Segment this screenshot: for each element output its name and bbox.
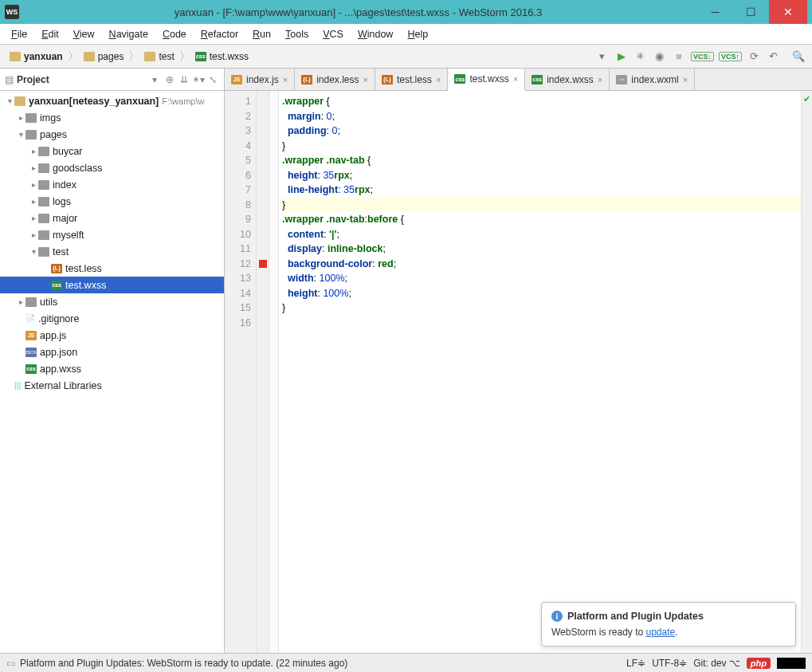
menu-file[interactable]: File <box>6 27 32 41</box>
maximize-button[interactable]: ☐ <box>733 0 769 24</box>
debug-icon[interactable]: ✳ <box>634 49 648 64</box>
code-line[interactable]: height: 35rpx; <box>282 168 801 183</box>
menu-window[interactable]: Window <box>353 27 398 41</box>
close-tab-icon[interactable]: × <box>363 75 368 84</box>
close-tab-icon[interactable]: × <box>598 75 602 84</box>
code-body[interactable]: .wrapper { margin: 0; padding: 0;}.wrapp… <box>279 91 801 653</box>
tree-item[interactable]: csstest.wxss <box>0 277 224 293</box>
tree-item[interactable]: 📄.gitignore <box>0 310 224 327</box>
history-icon[interactable]: ↶ <box>766 49 780 64</box>
close-tab-icon[interactable]: × <box>436 75 441 84</box>
code-line[interactable]: margin: 0; <box>282 109 801 124</box>
close-tab-icon[interactable]: × <box>683 75 688 84</box>
search-icon[interactable]: 🔍 <box>791 49 806 64</box>
tree-item[interactable]: ▸imgs <box>0 109 224 126</box>
code-line[interactable]: .wrapper .nav-tab { <box>282 153 801 168</box>
code-line[interactable]: } <box>282 301 801 316</box>
close-button[interactable]: ✕ <box>769 0 807 24</box>
expand-arrow[interactable]: ▸ <box>29 230 38 239</box>
tree-item[interactable]: ▸buycar <box>0 143 224 159</box>
tree-item[interactable]: ▸myselft <box>0 226 224 243</box>
run-button[interactable]: ▶ <box>614 49 629 64</box>
expand-arrow[interactable]: ▸ <box>16 113 25 122</box>
coverage-icon[interactable]: ◉ <box>653 49 667 64</box>
tree-item[interactable]: ▸index <box>0 176 224 193</box>
menu-navigate[interactable]: Navigate <box>104 27 153 41</box>
code-line[interactable] <box>282 316 801 331</box>
folder-icon <box>38 197 49 206</box>
tree-item[interactable]: cssapp.wxss <box>0 360 224 377</box>
settings-icon[interactable]: ✴▾ <box>192 73 205 86</box>
code-line[interactable]: .wrapper .nav-tab:before { <box>282 212 801 227</box>
tree-item[interactable]: ▾yanxuan [neteasy_yanxuan] F:\wamp\w <box>0 92 224 109</box>
menu-refactor[interactable]: Refactor <box>196 27 243 41</box>
expand-arrow[interactable]: ▾ <box>29 247 38 256</box>
code-editor[interactable]: 12345678910111213141516 .wrapper { margi… <box>225 91 812 653</box>
close-tab-icon[interactable]: × <box>283 75 288 84</box>
tree-item[interactable]: ▸major <box>0 210 224 226</box>
menu-view[interactable]: View <box>69 27 100 41</box>
tree-item[interactable]: |||External Libraries <box>0 377 224 394</box>
minimize-button[interactable]: ─ <box>697 0 733 24</box>
tree-item[interactable]: JSapp.js <box>0 327 224 344</box>
error-stripe[interactable]: ✔ <box>801 91 812 653</box>
expand-arrow[interactable]: ▸ <box>29 197 38 206</box>
breadcrumb-item[interactable]: csstest.wxss <box>192 49 252 64</box>
menu-vcs[interactable]: VCS <box>318 27 348 41</box>
editor-tab[interactable]: {L}index.less× <box>295 69 375 90</box>
menu-edit[interactable]: Edit <box>37 27 64 41</box>
sync-icon[interactable]: ⟳ <box>747 49 761 64</box>
expand-arrow[interactable]: ▾ <box>5 96 14 105</box>
code-line[interactable]: padding: 0; <box>282 124 801 139</box>
editor-tab[interactable]: <>index.wxml× <box>610 69 695 90</box>
code-line[interactable]: } <box>282 198 801 213</box>
tree-item[interactable]: ▾pages <box>0 126 224 143</box>
vcs-commit-icon[interactable]: VCS↑ <box>719 52 742 61</box>
vcs-update-icon[interactable]: VCS↓ <box>691 52 714 61</box>
tree-item[interactable]: ▸logs <box>0 193 224 210</box>
expand-arrow[interactable]: ▸ <box>29 147 38 155</box>
git-branch[interactable]: Git: dev ⌥ <box>693 658 740 669</box>
menu-help[interactable]: Help <box>402 27 433 41</box>
editor-tab[interactable]: {L}test.less× <box>375 69 448 90</box>
code-line[interactable]: width: 100%; <box>282 271 801 286</box>
collapse-icon[interactable]: ⇊ <box>178 73 190 86</box>
panel-title[interactable]: Project <box>17 74 152 85</box>
line-separator[interactable]: LF≑ <box>626 658 645 669</box>
close-tab-icon[interactable]: × <box>513 74 518 84</box>
expand-arrow[interactable]: ▸ <box>29 163 38 172</box>
run-config-dropdown[interactable]: ▾ <box>595 49 610 64</box>
expand-arrow[interactable]: ▾ <box>16 130 25 139</box>
stop-icon[interactable]: ■ <box>672 49 686 64</box>
tree-item[interactable]: ▸utils <box>0 293 224 310</box>
breadcrumb-item[interactable]: pages <box>80 49 127 64</box>
editor-tab[interactable]: JSindex.js× <box>225 69 295 90</box>
update-link[interactable]: update <box>646 627 676 638</box>
breadcrumb-item[interactable]: test <box>141 49 177 64</box>
tree-item[interactable]: ▸goodsclass <box>0 159 224 176</box>
code-line[interactable]: } <box>282 139 801 154</box>
project-tree[interactable]: ▾yanxuan [neteasy_yanxuan] F:\wamp\w▸img… <box>0 91 224 653</box>
folder-icon <box>38 147 49 156</box>
menu-code[interactable]: Code <box>158 27 191 41</box>
scroll-from-source-icon[interactable]: ⊕ <box>163 73 176 86</box>
tree-item[interactable]: JSONapp.json <box>0 344 224 360</box>
editor-tab[interactable]: cssindex.wxss× <box>525 69 610 90</box>
hide-icon[interactable]: ⤡ <box>206 73 219 86</box>
tree-item[interactable]: ▾test <box>0 243 224 260</box>
code-line[interactable]: height: 100%; <box>282 286 801 301</box>
expand-arrow[interactable]: ▸ <box>29 214 38 222</box>
code-line[interactable]: line-height: 35rpx; <box>282 183 801 198</box>
code-line[interactable]: background-color: red; <box>282 257 801 272</box>
code-line[interactable]: content: '|'; <box>282 227 801 242</box>
encoding[interactable]: UTF-8≑ <box>652 658 687 669</box>
menu-tools[interactable]: Tools <box>280 27 313 41</box>
menu-run[interactable]: Run <box>248 27 276 41</box>
expand-arrow[interactable]: ▸ <box>29 180 38 189</box>
code-line[interactable]: display: inline-block; <box>282 242 801 257</box>
breadcrumb-item[interactable]: yanxuan <box>6 49 66 64</box>
editor-tab[interactable]: csstest.wxss× <box>448 69 525 91</box>
tree-item[interactable]: {L}test.less <box>0 260 224 277</box>
code-line[interactable]: .wrapper { <box>282 94 801 109</box>
expand-arrow[interactable]: ▸ <box>16 297 25 306</box>
